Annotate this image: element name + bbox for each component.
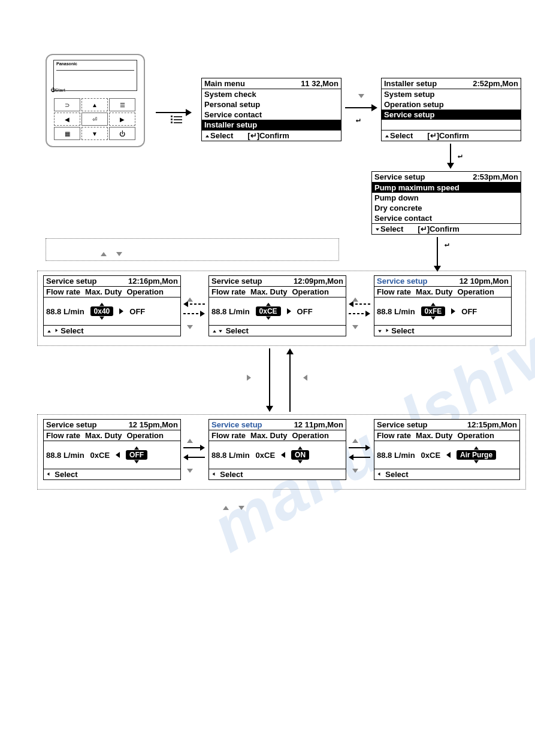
panel-svc-5: Service setup12 11pm,Mon Flow rateMax. D… (208, 419, 346, 480)
arrow-svcm-to-detail (431, 237, 443, 272)
inst-foot-confirm: [↵]Confirm (427, 131, 469, 140)
p6-duty: 0xCE (421, 451, 441, 460)
p6-flow: 88.8 L/min (377, 451, 415, 460)
op-spinner[interactable]: OFF (126, 446, 147, 464)
down-button[interactable]: ▼ (81, 127, 108, 140)
menu-button[interactable]: ☰ (109, 98, 135, 111)
svcm-item-3[interactable]: Service contact (372, 213, 521, 223)
arrow-p1-p2-r (183, 310, 205, 317)
nav-down-r2b (352, 464, 358, 475)
nav-up-icon (101, 248, 107, 259)
nav-right-mid (247, 372, 251, 383)
svg-marker-11 (200, 311, 205, 317)
inst-item-0[interactable]: System setup (382, 89, 521, 99)
back-button[interactable]: ⊃ (54, 98, 80, 111)
col-op: Operation (126, 287, 163, 296)
inst-time: 2:52pm,Mon (473, 79, 518, 88)
nav-up-bottom (223, 502, 229, 512)
svcm-item-1[interactable]: Pump down (372, 193, 521, 203)
svg-marker-5 (447, 163, 454, 169)
arrow-main-to-installer (345, 102, 377, 114)
p1-duty: 0x40 (90, 306, 114, 316)
svcm-foot-confirm: [↵]Confirm (418, 224, 460, 233)
p4-duty: 0xCE (90, 451, 110, 460)
svcm-item-2[interactable]: Dry concrete (372, 203, 521, 213)
arrow-row-down (264, 348, 276, 412)
p3-duty: 0xFE (421, 306, 446, 316)
panel-svc-6: Service setup12:15pm,Mon Flow rateMax. D… (374, 419, 520, 480)
inst-item-2[interactable]: Service setup (382, 110, 521, 120)
p5-op: ON (291, 450, 309, 460)
arrow-right-icon (119, 308, 123, 314)
main-item-2[interactable]: Service contact (202, 110, 341, 120)
p1-title: Service setup (46, 277, 97, 286)
controller-start-label: ⏻Start (50, 87, 65, 93)
duty-spinner[interactable]: 0xFE (421, 302, 446, 320)
svg-marker-1 (186, 109, 192, 116)
duty-spinner[interactable]: 0x40 (90, 302, 114, 320)
svg-marker-27 (349, 454, 353, 460)
menu-icon (174, 116, 182, 123)
p5-title: Service setup (211, 420, 262, 429)
up-button[interactable]: ▲ (81, 98, 108, 111)
main-item-3[interactable]: Installer setup (202, 120, 341, 130)
main-item-0[interactable]: System check (202, 89, 341, 99)
svcm-item-0[interactable]: Pump maximum speed (372, 183, 521, 193)
col-duty: Max. Duty (85, 287, 122, 296)
arrow-left-icon (446, 452, 451, 458)
p5-duty: 0xCE (256, 451, 276, 460)
svg-marker-17 (266, 406, 273, 412)
p3-op: OFF (461, 307, 477, 316)
enter-icon-2: ↵ (458, 151, 463, 160)
op-spinner[interactable]: Air Purge (457, 446, 496, 464)
p4-foot: Select (46, 470, 78, 479)
controller-device: Panasonic ⏻Start ⊃ ▲ ☰ ◀ ⏎ ▶ ▦ ▼ ⏻ (46, 54, 145, 147)
main-title: Main menu (204, 79, 245, 88)
arrow-right-icon (451, 308, 455, 314)
nav-up-small (187, 293, 193, 304)
main-time: 11 32,Mon (301, 79, 338, 88)
panel-svc-4: Service setup12 15pm,Mon Flow rateMax. D… (43, 419, 181, 480)
p6-time: 12:15pm,Mon (467, 420, 517, 429)
p1-foot: Select (46, 326, 84, 335)
enter-button[interactable]: ⏎ (81, 113, 108, 126)
duty-spinner[interactable]: 0xCE (256, 302, 281, 320)
main-foot-select: Select (204, 131, 233, 140)
left-button[interactable]: ◀ (54, 113, 80, 126)
svcm-title: Service setup (374, 172, 425, 181)
panel-svc-2: Service setup12:09pm,Mon Flow rateMax. D… (208, 275, 346, 336)
panel-installer-setup: Installer setup2:52pm,Mon System setup O… (381, 78, 521, 141)
grid-button[interactable]: ▦ (54, 127, 80, 140)
svcm-foot-select: Select (374, 224, 403, 233)
controller-lcd: Panasonic (53, 60, 137, 91)
p2-foot: Select (211, 326, 249, 335)
main-item-1[interactable]: Personal setup (202, 99, 341, 110)
p5-flow: 88.8 L/min (211, 451, 250, 460)
arrow-right-icon (287, 308, 291, 314)
op-spinner[interactable]: ON (291, 446, 309, 464)
nav-down-small (187, 321, 193, 332)
nav-up-small-2 (352, 293, 358, 304)
controller-lcd-line (56, 70, 134, 71)
inst-title: Installer setup (384, 79, 437, 88)
svg-marker-3 (371, 104, 377, 111)
arrow-left-icon (116, 452, 120, 458)
right-button[interactable]: ▶ (109, 113, 135, 126)
dotted-group-topleft (46, 238, 339, 261)
power-button[interactable]: ⏻ (109, 127, 135, 140)
p4-time: 12 15pm,Mon (129, 420, 178, 429)
nav-updown-icon (358, 90, 364, 101)
p6-op: Air Purge (457, 450, 496, 460)
inst-item-1[interactable]: Operation setup (382, 99, 521, 110)
p1-time: 12:16pm,Mon (128, 277, 178, 286)
controller-keypad: ⊃ ▲ ☰ ◀ ⏎ ▶ ▦ ▼ ⏻ (54, 98, 135, 140)
nav-down-icon (116, 248, 122, 259)
p6-foot: Select (377, 470, 409, 479)
p1-op: OFF (129, 307, 145, 316)
nav-up-r2b (352, 435, 358, 445)
nav-left-mid (303, 372, 307, 383)
p3-foot: Select (377, 326, 415, 335)
arrow-p5-p6-l (349, 454, 370, 461)
watermark: manualshive.com (199, 215, 535, 567)
main-foot-confirm: [↵]Confirm (247, 131, 289, 140)
